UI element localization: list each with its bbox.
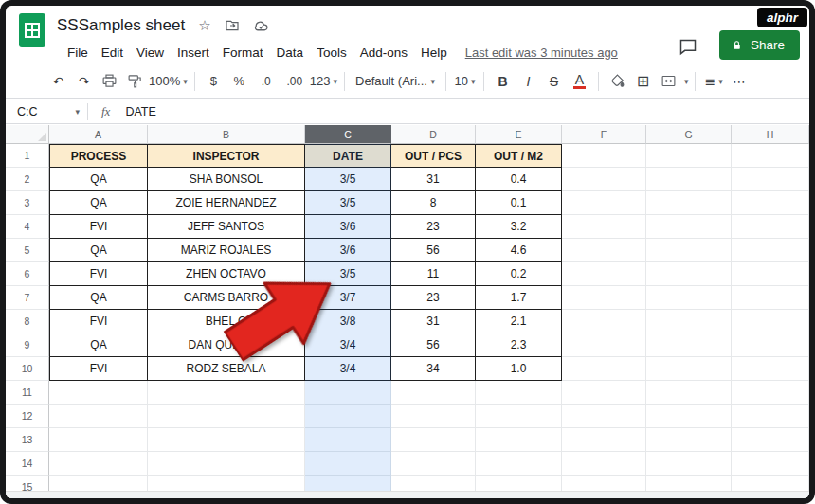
row-header-7[interactable]: 7 bbox=[6, 286, 49, 310]
cell-B4[interactable]: JEFF SANTOS bbox=[148, 215, 305, 239]
row-header-2[interactable]: 2 bbox=[6, 168, 49, 191]
cell-B1[interactable]: INSPECTOR bbox=[148, 144, 305, 168]
menu-data[interactable]: Data bbox=[270, 45, 311, 60]
cell-B12[interactable] bbox=[148, 405, 305, 428]
cell-F8[interactable] bbox=[562, 310, 646, 333]
row-header-10[interactable]: 10 bbox=[6, 357, 49, 381]
zoom-select[interactable]: 100%▾ bbox=[149, 69, 188, 94]
cell-D8[interactable]: 31 bbox=[391, 310, 476, 333]
cell-C2[interactable]: 3/5 bbox=[305, 168, 391, 191]
menu-addons[interactable]: Add-ons bbox=[353, 45, 414, 60]
row-header-11[interactable]: 11 bbox=[6, 381, 49, 405]
cell-H2[interactable] bbox=[732, 168, 809, 191]
text-color-button[interactable]: A bbox=[568, 69, 591, 94]
row-header-12[interactable]: 12 bbox=[6, 405, 49, 428]
cell-A6[interactable]: FVI bbox=[49, 262, 148, 286]
fill-color-button[interactable] bbox=[606, 69, 629, 94]
cell-D7[interactable]: 23 bbox=[391, 286, 476, 310]
cell-H8[interactable] bbox=[732, 310, 809, 333]
decrease-decimal-button[interactable]: .0 bbox=[253, 69, 280, 94]
column-header-G[interactable]: G bbox=[646, 125, 732, 144]
cell-B15[interactable] bbox=[148, 476, 305, 491]
cell-A7[interactable]: QA bbox=[49, 286, 148, 310]
column-header-D[interactable]: D bbox=[391, 125, 476, 144]
cell-E5[interactable]: 4.6 bbox=[476, 239, 562, 262]
cloud-status-icon[interactable] bbox=[253, 18, 269, 34]
comments-button[interactable] bbox=[677, 36, 699, 59]
column-header-F[interactable]: F bbox=[562, 125, 646, 144]
bottom-scroll-area[interactable] bbox=[6, 491, 809, 498]
menu-edit[interactable]: Edit bbox=[95, 45, 130, 60]
cell-C10[interactable]: 3/4 bbox=[305, 357, 391, 381]
menu-help[interactable]: Help bbox=[414, 45, 454, 60]
format-currency-button[interactable]: $ bbox=[202, 69, 226, 94]
borders-button[interactable]: ⊞ bbox=[631, 69, 655, 94]
cell-A3[interactable]: QA bbox=[49, 191, 148, 215]
cell-D1[interactable]: OUT / PCS bbox=[391, 144, 476, 168]
cell-A4[interactable]: FVI bbox=[49, 215, 148, 239]
more-toolbar-button[interactable]: ⋯ bbox=[728, 69, 752, 94]
cell-C5[interactable]: 3/6 bbox=[305, 239, 391, 262]
cell-H15[interactable] bbox=[732, 476, 809, 491]
cell-F13[interactable] bbox=[562, 428, 646, 452]
horizontal-align-button[interactable]: ≡▾ bbox=[702, 69, 726, 94]
cell-F10[interactable] bbox=[562, 357, 646, 381]
cell-A8[interactable]: FVI bbox=[49, 310, 148, 333]
cell-F1[interactable] bbox=[562, 144, 646, 168]
name-box[interactable]: C:C ▾ bbox=[6, 105, 87, 118]
cell-G8[interactable] bbox=[646, 310, 732, 333]
font-select[interactable]: Default (Ari...▾ bbox=[352, 69, 439, 94]
column-header-C[interactable]: C bbox=[305, 125, 391, 144]
row-header-8[interactable]: 8 bbox=[6, 310, 49, 333]
cell-C4[interactable]: 3/6 bbox=[305, 215, 391, 239]
cell-C3[interactable]: 3/5 bbox=[305, 191, 391, 215]
row-header-6[interactable]: 6 bbox=[6, 262, 49, 286]
cell-B13[interactable] bbox=[148, 428, 305, 452]
cell-H10[interactable] bbox=[732, 357, 809, 381]
cell-C12[interactable] bbox=[305, 405, 391, 428]
last-edit-link[interactable]: Last edit was 3 minutes ago bbox=[465, 45, 618, 60]
select-all-corner[interactable] bbox=[6, 125, 49, 144]
cell-E8[interactable]: 2.1 bbox=[476, 310, 562, 333]
cell-D3[interactable]: 8 bbox=[391, 191, 476, 215]
row-header-14[interactable]: 14 bbox=[6, 452, 49, 476]
cell-E14[interactable] bbox=[476, 452, 562, 476]
cell-G6[interactable] bbox=[646, 262, 732, 286]
row-header-1[interactable]: 1 bbox=[6, 144, 49, 168]
cell-H6[interactable] bbox=[732, 262, 809, 286]
italic-button[interactable]: I bbox=[516, 69, 540, 94]
cell-D6[interactable]: 11 bbox=[391, 262, 476, 286]
cell-A13[interactable] bbox=[49, 428, 148, 452]
cell-D4[interactable]: 23 bbox=[391, 215, 476, 239]
column-header-H[interactable]: H bbox=[732, 125, 809, 144]
column-header-E[interactable]: E bbox=[476, 125, 562, 144]
cell-B3[interactable]: ZOIE HERNANDEZ bbox=[148, 191, 305, 215]
sheets-logo-icon[interactable] bbox=[19, 13, 45, 51]
cell-E15[interactable] bbox=[476, 476, 562, 491]
format-percent-button[interactable]: % bbox=[227, 69, 251, 94]
cell-C13[interactable] bbox=[305, 428, 391, 452]
cell-H9[interactable] bbox=[732, 333, 809, 357]
print-button[interactable] bbox=[98, 69, 121, 94]
cell-A2[interactable]: QA bbox=[49, 168, 148, 191]
cell-E12[interactable] bbox=[476, 405, 562, 428]
cell-B14[interactable] bbox=[148, 452, 305, 476]
cell-A14[interactable] bbox=[49, 452, 148, 476]
cell-H14[interactable] bbox=[732, 452, 809, 476]
cell-E1[interactable]: OUT / M2 bbox=[476, 144, 562, 168]
cell-F14[interactable] bbox=[562, 452, 646, 476]
document-title[interactable]: SSSamples sheet bbox=[57, 16, 185, 35]
redo-button[interactable]: ↷ bbox=[72, 69, 96, 94]
cell-E2[interactable]: 0.4 bbox=[476, 168, 562, 191]
row-header-9[interactable]: 9 bbox=[6, 333, 49, 357]
row-header-3[interactable]: 3 bbox=[6, 191, 49, 215]
cell-D15[interactable] bbox=[391, 476, 476, 491]
menu-tools[interactable]: Tools bbox=[310, 45, 353, 60]
font-size-select[interactable]: 10▾ bbox=[453, 69, 477, 94]
number-format-select[interactable]: 123▾ bbox=[310, 69, 337, 94]
cell-E9[interactable]: 2.3 bbox=[476, 333, 562, 357]
cell-H5[interactable] bbox=[732, 239, 809, 262]
star-icon[interactable]: ☆ bbox=[198, 17, 210, 34]
cell-G4[interactable] bbox=[646, 215, 732, 239]
share-button[interactable]: Share bbox=[719, 30, 800, 60]
